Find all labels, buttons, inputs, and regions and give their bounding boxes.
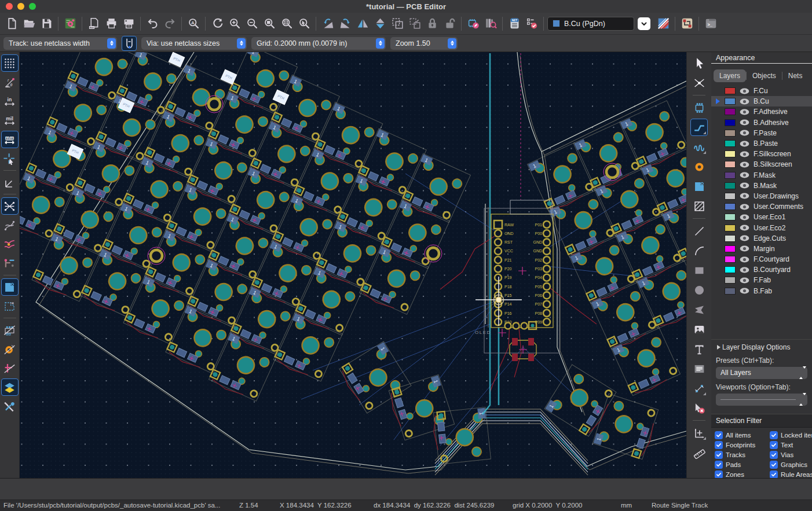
route-track-button[interactable] bbox=[690, 119, 708, 136]
curved-ratsnest-button[interactable] bbox=[1, 216, 19, 234]
layer-color-swatch[interactable] bbox=[725, 266, 736, 273]
visibility-eye-icon[interactable] bbox=[740, 88, 749, 94]
mounting-hole[interactable] bbox=[206, 95, 223, 113]
layer-row-edge-cuts[interactable]: Edge.Cuts bbox=[711, 233, 812, 244]
mounting-hole[interactable] bbox=[425, 245, 442, 262]
layer-color-swatch[interactable] bbox=[725, 172, 736, 179]
select-arrow-button[interactable] bbox=[690, 54, 708, 72]
auto-track-width-button[interactable] bbox=[122, 36, 137, 51]
rotate-ccw-button[interactable] bbox=[320, 16, 336, 32]
visibility-eye-icon[interactable] bbox=[740, 256, 749, 263]
visibility-eye-icon[interactable] bbox=[740, 204, 749, 210]
layer-row-f-courtyard[interactable]: F.Courtyard bbox=[711, 254, 812, 264]
layer-pair-button[interactable] bbox=[655, 16, 671, 32]
layer-row-b-fab[interactable]: B.Fab bbox=[711, 286, 812, 296]
checkbox-checked-icon[interactable] bbox=[770, 431, 778, 439]
plot-button[interactable] bbox=[120, 16, 137, 32]
zoom-objects-button[interactable] bbox=[279, 16, 295, 32]
layer-row-margin[interactable]: Margin bbox=[711, 244, 812, 254]
layer-selector[interactable]: B.Cu (PgDn) bbox=[547, 17, 634, 31]
layer-row-b-courtyard[interactable]: B.Courtyard bbox=[711, 264, 812, 275]
zoom-dropdown[interactable]: Zoom 1.50 bbox=[390, 37, 458, 50]
unlock-button[interactable] bbox=[441, 16, 458, 32]
add-zone-button[interactable] bbox=[690, 178, 708, 195]
layer-color-swatch[interactable] bbox=[725, 245, 736, 252]
zoom-selection-button[interactable] bbox=[296, 16, 312, 32]
layer-color-swatch[interactable] bbox=[725, 182, 736, 189]
visibility-eye-icon[interactable] bbox=[740, 130, 749, 136]
layer-color-swatch[interactable] bbox=[725, 119, 736, 126]
add-text-button[interactable] bbox=[690, 340, 708, 358]
filter-pads[interactable]: Pads bbox=[715, 461, 770, 469]
add-dimension-button[interactable] bbox=[690, 380, 708, 397]
add-polygon-button[interactable] bbox=[690, 301, 708, 318]
grid-dots-button[interactable] bbox=[1, 54, 19, 72]
zoom-fit-button[interactable] bbox=[261, 16, 277, 32]
add-arc-button[interactable] bbox=[690, 242, 708, 259]
visibility-eye-icon[interactable] bbox=[740, 172, 749, 178]
visibility-eye-icon[interactable] bbox=[740, 182, 749, 189]
layer-display-options[interactable]: Layer Display Options bbox=[711, 339, 812, 354]
rule-area-button[interactable] bbox=[690, 197, 708, 215]
filter-all-items[interactable]: All items bbox=[715, 431, 770, 439]
polar-coords-button[interactable]: rθ bbox=[1, 73, 19, 91]
checkbox-checked-icon[interactable] bbox=[715, 441, 723, 449]
units-mm-button[interactable]: mm bbox=[1, 131, 19, 148]
filter-footprints[interactable]: Footprints bbox=[715, 441, 770, 449]
filter-vias[interactable]: Vias bbox=[770, 451, 812, 459]
visibility-eye-icon[interactable] bbox=[740, 235, 749, 241]
router-settings-button[interactable] bbox=[679, 16, 695, 32]
add-image-button[interactable] bbox=[690, 321, 708, 338]
mirror-vertical-button[interactable] bbox=[372, 16, 388, 32]
checkbox-checked-icon[interactable] bbox=[770, 461, 778, 469]
origin-button[interactable] bbox=[690, 424, 708, 442]
visibility-eye-icon[interactable] bbox=[740, 267, 749, 273]
layer-selector-chevron-button[interactable] bbox=[638, 17, 650, 30]
units-mil-button[interactable]: mil bbox=[1, 112, 19, 129]
zone-outline-button[interactable] bbox=[1, 297, 19, 315]
checkbox-checked-icon[interactable] bbox=[715, 451, 723, 459]
visibility-eye-icon[interactable] bbox=[740, 161, 749, 168]
add-textbox-button[interactable] bbox=[690, 360, 708, 377]
checkbox-checked-icon[interactable] bbox=[770, 441, 778, 449]
sketch-vias-button[interactable] bbox=[1, 340, 19, 358]
tab-nets[interactable]: Nets bbox=[782, 69, 809, 82]
viewports-dropdown[interactable] bbox=[716, 394, 807, 406]
filter-tracks[interactable]: Tracks bbox=[715, 451, 770, 459]
layer-row-f-adhesive[interactable]: F.Adhesive bbox=[711, 106, 812, 117]
presets-dropdown[interactable]: All Layers bbox=[716, 367, 807, 379]
add-rect-button[interactable] bbox=[690, 262, 708, 279]
visibility-eye-icon[interactable] bbox=[740, 214, 749, 220]
visibility-eye-icon[interactable] bbox=[740, 98, 749, 105]
layer-row-user-comments[interactable]: User.Comments bbox=[711, 201, 812, 212]
layer-color-swatch[interactable] bbox=[725, 288, 736, 295]
flip-horizontal-button[interactable] bbox=[354, 16, 371, 32]
zoom-in-button[interactable] bbox=[226, 16, 243, 32]
via-size-dropdown[interactable]: Via: use netclass sizes bbox=[141, 37, 247, 50]
layer-row-user-eco2[interactable]: User.Eco2 bbox=[711, 222, 812, 233]
tab-layers[interactable]: Layers bbox=[714, 69, 746, 82]
filter-graphics[interactable]: Graphics bbox=[770, 461, 812, 469]
netlist-button[interactable]: NET bbox=[506, 16, 522, 32]
visibility-eye-icon[interactable] bbox=[740, 277, 749, 284]
free-angle-button[interactable] bbox=[1, 174, 19, 191]
preferences-button[interactable] bbox=[1, 398, 19, 415]
tune-length-button[interactable] bbox=[690, 138, 708, 156]
visibility-eye-icon[interactable] bbox=[740, 225, 749, 231]
console-button[interactable]: >_ bbox=[703, 16, 719, 32]
new-file-button[interactable] bbox=[3, 16, 20, 32]
delete-tool-button[interactable] bbox=[690, 399, 708, 417]
add-via-button[interactable] bbox=[690, 158, 708, 175]
net-colors-button[interactable] bbox=[1, 255, 19, 272]
layer-color-swatch[interactable] bbox=[725, 108, 736, 115]
layer-row-b-cu[interactable]: B.Cu bbox=[711, 96, 812, 106]
visibility-eye-icon[interactable] bbox=[740, 119, 749, 126]
ungroup-button[interactable] bbox=[407, 16, 423, 32]
sketch-pads-button[interactable] bbox=[1, 321, 19, 339]
maximize-window-button[interactable] bbox=[29, 3, 36, 10]
place-footprint-button[interactable] bbox=[690, 99, 708, 116]
checkbox-checked-icon[interactable] bbox=[770, 451, 778, 459]
layer-color-swatch[interactable] bbox=[725, 150, 736, 157]
pcb-canvas[interactable]: 1 PTH PTH PTH PTH PTHRAWP01GNDP00RSTGNDV… bbox=[20, 52, 686, 478]
checkbox-checked-icon[interactable] bbox=[715, 470, 723, 478]
